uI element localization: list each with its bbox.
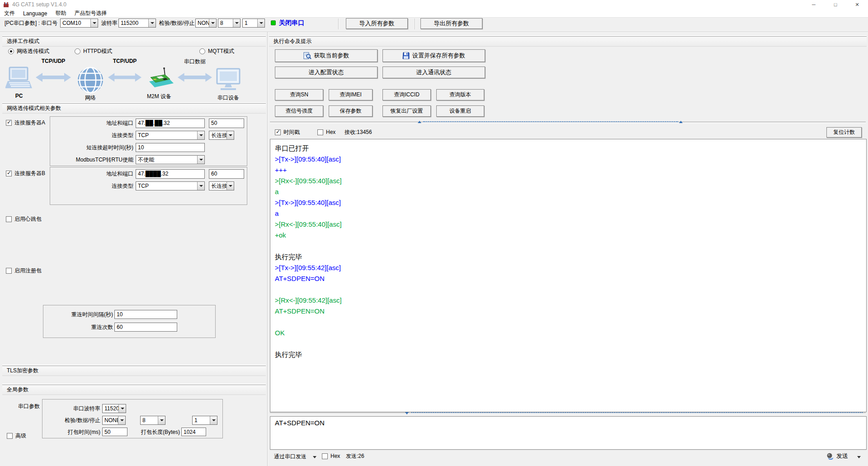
arrow-left-right-icon	[177, 71, 212, 83]
enter-config-button[interactable]: 进入配置状态	[275, 67, 377, 78]
log-line: AT+SDPEN=ON	[275, 306, 862, 317]
log-output[interactable]: 串口已打开>[Tx->][09:55:40][asc]+++>[Rx<-][09…	[270, 139, 867, 412]
chevron-down-icon[interactable]	[313, 456, 316, 458]
reconnect-count-input[interactable]: 60	[114, 323, 177, 332]
close-button[interactable]: ✕	[847, 0, 867, 10]
server-a-checkbox[interactable]	[6, 120, 12, 126]
baud-select[interactable]: 115200	[118, 19, 156, 28]
server-a-keepalive-value: 长连接	[209, 131, 226, 139]
minimize-button[interactable]: ─	[804, 0, 824, 10]
send-icon	[826, 452, 835, 460]
server-a-type-label: 连接类型	[43, 131, 133, 140]
close-port-button[interactable]: 关闭串口	[279, 19, 304, 27]
pack-time-input[interactable]: 50	[102, 428, 127, 436]
server-b-type-select[interactable]: TCP	[136, 181, 205, 190]
import-params-button[interactable]: 导入所有参数	[346, 18, 408, 29]
mode-radio-httpd[interactable]	[75, 48, 80, 54]
arrow-left-right-icon	[35, 71, 71, 83]
log-line: >[Tx->][09:55:42][asc]	[275, 262, 862, 273]
splitter-collapse-up-icon[interactable]	[679, 121, 683, 123]
get-params-button[interactable]: 获取当前参数	[275, 49, 377, 62]
m2m-device-icon	[144, 67, 175, 93]
menu-product-model[interactable]: 产品型号选择	[70, 10, 111, 17]
parity-select[interactable]: NONE	[195, 19, 217, 28]
menubar: 文件 Language 帮助 产品型号选择	[0, 10, 868, 17]
export-params-button[interactable]: 导出所有参数	[420, 18, 482, 29]
splitter-grip[interactable]	[423, 121, 678, 122]
transparent-params-section-header: 网络透传模式相关参数	[2, 103, 266, 113]
menu-file[interactable]: 文件	[0, 10, 19, 17]
splitter-grip[interactable]	[411, 412, 863, 413]
device-restart-button[interactable]: 设备重启	[436, 105, 484, 117]
serial-parity-select[interactable]: NONE	[102, 416, 126, 425]
server-b-checkbox[interactable]	[6, 171, 12, 176]
chevron-down-icon	[118, 416, 125, 424]
log-line	[275, 284, 862, 295]
send-button[interactable]: 发送	[836, 452, 848, 461]
query-version-button[interactable]: 查询版本	[436, 89, 484, 100]
splitter-collapse-up-icon[interactable]	[418, 121, 421, 123]
menu-help[interactable]: 帮助	[51, 10, 70, 17]
stopbits-select[interactable]: 1	[242, 19, 265, 28]
toolbar-separator	[338, 19, 339, 29]
server-b-address-input[interactable]: 47.████.32	[136, 169, 205, 179]
hex-recv-checkbox[interactable]	[317, 129, 323, 135]
pack-len-input[interactable]: 1024	[181, 428, 206, 436]
query-iccid-button[interactable]: 查询ICCID	[382, 89, 431, 100]
recv-counter: 接收:13456	[344, 128, 372, 137]
tls-section-header: TLS加密参数	[2, 366, 266, 376]
send-input[interactable]: AT+SDPEN=ON	[270, 416, 867, 450]
mode-radio-transparent[interactable]	[8, 48, 14, 54]
server-a-modbus-label: ModbusTCP转RTU使能	[27, 155, 133, 165]
serial-baud-value: 115200	[103, 404, 118, 413]
set-save-params-button[interactable]: 设置并保存所有参数	[382, 49, 485, 62]
menu-language[interactable]: Language	[19, 10, 51, 17]
maximize-button[interactable]: □	[826, 0, 845, 10]
databits-select[interactable]: 8	[218, 19, 241, 28]
server-b-type-label: 连接类型	[43, 181, 133, 191]
server-a-keepalive-select[interactable]: 长连接	[209, 131, 234, 140]
serial-databits-select[interactable]: 8	[140, 416, 165, 425]
heartbeat-checkbox[interactable]	[6, 216, 12, 222]
query-signal-button[interactable]: 查信号强度	[275, 105, 323, 117]
baud-label: 波特率	[101, 19, 118, 28]
register-checkbox[interactable]	[6, 268, 12, 274]
query-sn-button[interactable]: 查询SN	[275, 89, 323, 100]
hex-send-checkbox[interactable]	[322, 453, 328, 459]
send-via-dropdown[interactable]: 通过串口发送	[274, 452, 307, 461]
server-a-address-input[interactable]: 47.██.██.32	[136, 119, 205, 128]
timestamp-checkbox[interactable]	[275, 129, 281, 135]
reconnect-interval-input[interactable]: 10	[114, 310, 177, 319]
reset-counter-button[interactable]: 复位计数	[826, 127, 862, 138]
server-b-keepalive-select[interactable]: 长连接	[209, 181, 234, 190]
log-line: a	[275, 208, 862, 219]
serial-stopbits-select[interactable]: 1	[192, 416, 217, 425]
databits-value: 8	[218, 19, 233, 27]
com-port-select[interactable]: COM10	[60, 19, 98, 28]
server-a-modbus-select[interactable]: 不使能	[136, 155, 205, 164]
log-line: >[Tx->][09:55:40][asc]	[275, 154, 862, 165]
chevron-down-icon[interactable]	[857, 456, 861, 458]
arrow-left-right-icon	[108, 71, 142, 83]
factory-reset-button[interactable]: 恢复出厂设置	[382, 105, 431, 117]
chevron-down-icon	[226, 182, 234, 190]
serial-baud-select[interactable]: 115200	[102, 404, 126, 413]
advanced-checkbox[interactable]	[7, 433, 13, 439]
query-imei-button[interactable]: 查询IMEI	[329, 89, 373, 100]
splitter-collapse-down-icon[interactable]	[405, 412, 409, 414]
diagram-link2-label: TCP/UDP	[108, 58, 142, 64]
server-a-port-input[interactable]: 50	[209, 119, 244, 128]
server-a-type-select[interactable]: TCP	[136, 131, 205, 140]
server-b-port-input[interactable]: 60	[209, 169, 244, 179]
hex-recv-label: Hex	[326, 128, 335, 137]
chevron-down-icon	[226, 131, 234, 139]
save-params-button[interactable]: 保存参数	[329, 105, 373, 117]
server-a-timeout-input[interactable]: 10	[136, 143, 205, 152]
enter-comm-button[interactable]: 进入通讯状态	[382, 67, 485, 78]
reconnect-count-label: 重连次数	[45, 323, 113, 332]
mode-radio-mqtt[interactable]	[199, 48, 205, 54]
chevron-down-icon	[197, 131, 204, 139]
serial-parity-value: NONE	[103, 416, 118, 424]
app-icon	[3, 2, 9, 8]
mode-label-transparent: 网络透传模式	[17, 47, 49, 56]
